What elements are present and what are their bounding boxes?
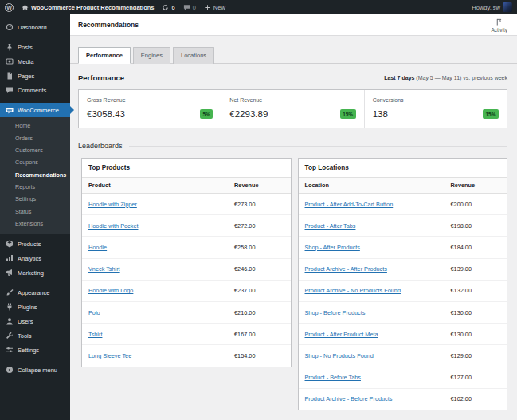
wordpress-logo-icon[interactable]: W <box>5 3 14 12</box>
location-link[interactable]: Product - After Tabs <box>305 222 356 230</box>
sidebar-item-media[interactable]: Media <box>0 54 70 69</box>
product-link[interactable]: Vneck Tshirt <box>88 265 120 273</box>
stat-label: Gross Revenue <box>87 97 213 103</box>
pages-icon <box>6 72 14 80</box>
product-link[interactable]: Hoodie with Zipper <box>88 201 137 208</box>
stat-label: Conversions <box>373 97 499 103</box>
column-header-location: Location <box>299 178 445 194</box>
table-row: Shop - After Products€184.00 <box>299 237 507 258</box>
products-box-icon <box>6 240 14 248</box>
user-avatar <box>503 2 512 12</box>
user-icon <box>6 317 14 325</box>
sidebar-item-marketing[interactable]: Marketing <box>0 265 70 280</box>
sidebar-item-settings[interactable]: Settings <box>0 343 70 357</box>
stat-value: €3058.43 <box>87 109 125 119</box>
location-link[interactable]: Product - After Add-To-Cart Button <box>305 201 394 208</box>
sidebar-item-comments[interactable]: Comments <box>0 83 70 97</box>
date-range: Last 7 days (May 5 — May 11) vs. previou… <box>384 75 507 80</box>
table-row: Shop - Before Products€130.00 <box>299 301 507 323</box>
comments-bubble-icon <box>183 4 190 11</box>
revenue-cell: €258.00 <box>228 237 290 258</box>
stat-label: Net Revenue <box>229 97 355 103</box>
sidebar-item-appearance[interactable]: Appearance <box>0 285 70 300</box>
sidebar-item-products[interactable]: Products <box>0 237 70 251</box>
leaderboards-head: Leaderboards <box>78 142 507 150</box>
pushpin-icon <box>6 43 14 51</box>
performance-section-head: Performance Last 7 days (May 5 — May 11)… <box>70 64 517 89</box>
submenu-item-status[interactable]: Status <box>0 206 70 218</box>
revenue-cell: €132.00 <box>445 280 507 301</box>
admin-sidebar: Dashboard Posts Media Pages Comments Woo… <box>0 14 70 420</box>
leaderboard-cards: Top Products Product Revenue Hoodie with… <box>81 158 507 410</box>
location-link[interactable]: Shop - No Products Found <box>305 352 374 359</box>
stat-net-revenue: Net Revenue €2293.89 15% <box>221 90 364 128</box>
page-header: Recommendations Activity <box>70 14 517 36</box>
product-link[interactable]: Tshirt <box>88 331 102 338</box>
site-name: WooCommerce Product Recommendations <box>31 4 154 11</box>
updates-menu[interactable]: 6 <box>162 4 174 11</box>
location-link[interactable]: Product - Before Tabs <box>305 374 361 381</box>
submenu-item-home[interactable]: Home <box>0 120 70 131</box>
sidebar-item-label: Pages <box>18 73 34 80</box>
sidebar-item-posts[interactable]: Posts <box>0 40 70 54</box>
tab-locations[interactable]: Locations <box>173 47 214 64</box>
location-link[interactable]: Product Archive - No Products Found <box>305 287 401 294</box>
account-menu[interactable]: Howdy, sw <box>472 2 512 12</box>
sidebar-item-label: Media <box>18 58 33 65</box>
sidebar-item-analytics[interactable]: Analytics <box>0 251 70 265</box>
sidebar-item-users[interactable]: Users <box>0 314 70 328</box>
sidebar-item-collapse-menu[interactable]: Collapse menu <box>0 363 70 377</box>
sidebar-item-label: Tools <box>18 332 32 340</box>
submenu-item-recommendations[interactable]: Recommendations <box>0 169 70 181</box>
sidebar-item-plugins[interactable]: Plugins <box>0 300 70 314</box>
top-locations-title: Top Locations <box>299 159 507 178</box>
table-row: Product - After Product Meta€130.00 <box>299 324 507 345</box>
comments-icon <box>6 86 14 94</box>
product-link[interactable]: Hoodie <box>88 244 107 251</box>
revenue-cell: €129.00 <box>445 345 507 367</box>
woocommerce-submenu: Home Orders Customers Coupons Recommenda… <box>0 117 70 234</box>
flag-icon <box>495 18 503 26</box>
revenue-cell: €184.00 <box>445 237 507 258</box>
revenue-cell: €154.00 <box>228 345 290 367</box>
submenu-item-orders[interactable]: Orders <box>0 131 70 143</box>
location-link[interactable]: Shop - After Products <box>305 244 360 251</box>
sidebar-item-woocommerce[interactable]: WooCommerce <box>0 103 70 117</box>
activity-button[interactable]: Activity <box>491 17 507 33</box>
table-row: Product Archive - After Products€139.00 <box>299 258 507 280</box>
table-row: Polo€216.00 <box>82 301 291 323</box>
submenu-item-reports[interactable]: Reports <box>0 181 70 193</box>
updates-icon <box>162 4 169 11</box>
product-link[interactable]: Hoodie with Pocket <box>88 222 138 230</box>
tab-engines[interactable]: Engines <box>133 47 170 64</box>
sidebar-item-pages[interactable]: Pages <box>0 69 70 83</box>
new-content-menu[interactable]: New <box>204 4 225 11</box>
submenu-item-settings[interactable]: Settings <box>0 193 70 205</box>
submenu-item-coupons[interactable]: Coupons <box>0 156 70 168</box>
top-products-title: Top Products <box>82 159 291 178</box>
sidebar-item-tools[interactable]: Tools <box>0 328 70 343</box>
trend-badge: 15% <box>340 109 356 119</box>
comments-menu[interactable]: 0 <box>183 4 196 11</box>
column-header-revenue: Revenue <box>228 178 290 194</box>
location-link[interactable]: Product - After Product Meta <box>305 331 378 338</box>
table-row: Hoodie€258.00 <box>82 237 291 258</box>
sidebar-item-dashboard[interactable]: Dashboard <box>0 20 70 34</box>
sidebar-item-label: Plugins <box>18 304 37 311</box>
location-link[interactable]: Product Archive - Before Products <box>305 395 393 402</box>
sidebar-item-label: Settings <box>18 347 39 354</box>
date-range-period: Last 7 days <box>384 75 414 80</box>
location-link[interactable]: Shop - Before Products <box>305 309 366 316</box>
revenue-cell: €272.00 <box>228 215 290 237</box>
trend-badge: 5% <box>200 109 213 119</box>
site-menu[interactable]: WooCommerce Product Recommendations <box>22 4 154 11</box>
sidebar-item-label: Collapse menu <box>18 367 57 374</box>
submenu-item-customers[interactable]: Customers <box>0 144 70 156</box>
home-icon <box>22 4 29 11</box>
product-link[interactable]: Hoodie with Logo <box>88 287 133 294</box>
product-link[interactable]: Long Sleeve Tee <box>88 352 131 359</box>
location-link[interactable]: Product Archive - After Products <box>305 265 387 273</box>
submenu-item-extensions[interactable]: Extensions <box>0 218 70 230</box>
product-link[interactable]: Polo <box>88 309 100 316</box>
tab-performance[interactable]: Performance <box>78 47 131 64</box>
